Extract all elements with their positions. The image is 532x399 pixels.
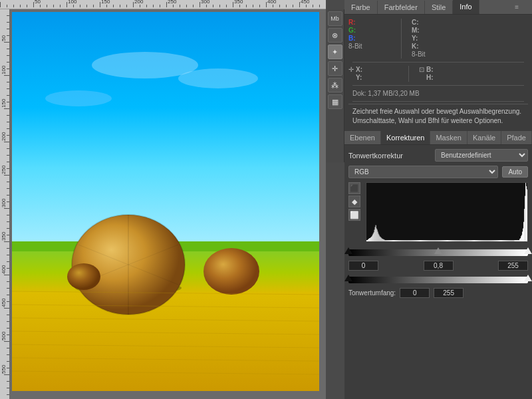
histogram-row: ⬛ ◆ ⬜ xyxy=(348,182,528,245)
cmyk-bit-label: 8-Bit xyxy=(412,51,426,58)
output-white-handle[interactable] xyxy=(524,275,532,281)
y-label: Y: xyxy=(412,35,421,42)
ruler-canvas-horizontal xyxy=(0,0,326,7)
black-eyedropper[interactable]: ⬛ xyxy=(348,182,360,194)
svg-point-2 xyxy=(178,68,258,88)
svg-point-12 xyxy=(203,248,259,295)
tool-select[interactable]: ✦ xyxy=(328,45,342,59)
b-label: B: xyxy=(348,35,358,42)
tool-description: Zeichnet freie Auswahl oder bewegt Auswa… xyxy=(348,104,528,128)
tab-pfade[interactable]: Pfade xyxy=(501,131,532,144)
doc-info: Dok: 1,37 MB/3,20 MB xyxy=(348,88,528,99)
input-slider-track xyxy=(348,249,528,256)
c-label: C: xyxy=(412,19,421,26)
tab-stile[interactable]: Stile xyxy=(425,1,453,14)
tool-extra[interactable]: ▦ xyxy=(328,94,342,109)
gray-eyedrop-icon: ◆ xyxy=(352,198,357,206)
svg-point-13 xyxy=(67,263,100,290)
canvas-area xyxy=(9,9,326,399)
tool-lasso[interactable]: ⊗ xyxy=(328,28,342,43)
tonwertumfang-label: Tonwertumfang: xyxy=(348,289,396,297)
tool-eyedrop[interactable]: ⁂ xyxy=(328,78,342,92)
tonwert-preset-select[interactable]: Benutzerdefiniert xyxy=(435,149,528,162)
bounds-section: ⊡ B: ⊡ H: xyxy=(419,66,469,82)
auto-button[interactable]: Auto xyxy=(502,166,528,178)
tab-korrekturen[interactable]: Korrekturen xyxy=(381,131,430,144)
info-content: R: G: B: 8-Bit C: xyxy=(344,15,532,131)
cmyk-section: C: M: Y: K: 8-Bit xyxy=(412,19,454,59)
channel-row: RGB Rot Grün Blau Auto xyxy=(348,166,528,178)
bounds-icon: ⊡ xyxy=(419,66,424,73)
select-icon: ✦ xyxy=(332,48,338,57)
h-label: H: xyxy=(426,74,436,81)
black-eyedrop-icon: ⬛ xyxy=(350,184,359,193)
input-values xyxy=(348,261,528,271)
tab-info[interactable]: Info xyxy=(453,0,479,14)
extra-icon: ▦ xyxy=(332,98,338,106)
channel-select[interactable]: RGB Rot Grün Blau xyxy=(348,166,498,178)
ruler-top xyxy=(0,0,326,9)
bottom-panel: Ebenen Korrekturen Masken Kanäle Pfade ≡… xyxy=(344,131,532,399)
black-input[interactable] xyxy=(348,261,378,271)
crosshair-icon: ✛ xyxy=(348,66,354,73)
bottom-panel-tabs: Ebenen Korrekturen Masken Kanäle Pfade ≡ xyxy=(344,131,532,145)
eyedrop-icon: ⁂ xyxy=(331,81,338,90)
output-min-input[interactable] xyxy=(400,288,430,298)
info-panel-tabs: Farbe Farbfelder Stile Info ≡ xyxy=(344,0,532,15)
k-label: K: xyxy=(412,43,421,50)
output-slider-track xyxy=(348,277,528,283)
rgb-section: R: G: B: 8-Bit xyxy=(348,19,391,59)
gray-eyedropper[interactable]: ◆ xyxy=(348,196,360,207)
photo-canvas xyxy=(12,12,319,391)
tab-farbe[interactable]: Farbe xyxy=(344,1,378,14)
mb-label: Mb xyxy=(331,15,339,22)
photo-svg xyxy=(12,12,319,391)
toolbar-strip: Mb ⊗ ✦ ✛ ⁂ ▦ xyxy=(326,9,344,162)
tonwert-label: Tonwertkorrektur xyxy=(348,152,403,160)
tab-farbfelder[interactable]: Farbfelder xyxy=(378,1,425,14)
white-point-handle[interactable] xyxy=(524,247,532,254)
r-label: R: xyxy=(348,19,358,26)
mid-point-handle[interactable] xyxy=(434,247,442,254)
m-label: M: xyxy=(412,27,421,34)
histogram-canvas xyxy=(366,183,527,241)
move-icon: ✛ xyxy=(332,65,338,73)
eyedropper-tools: ⬛ ◆ ⬜ xyxy=(348,182,360,221)
mid-input[interactable] xyxy=(424,261,454,271)
tab-kanaele[interactable]: Kanäle xyxy=(467,131,501,144)
white-eyedrop-icon: ⬜ xyxy=(350,211,359,219)
svg-point-3 xyxy=(45,90,112,106)
histogram-container xyxy=(366,182,528,242)
info-panel-menu[interactable]: ≡ xyxy=(515,3,519,11)
output-slider[interactable] xyxy=(348,275,528,285)
black-point-handle[interactable] xyxy=(344,247,352,254)
lasso-icon: ⊗ xyxy=(332,31,338,40)
input-slider[interactable] xyxy=(348,247,528,258)
y-label: Y: xyxy=(356,74,365,81)
main-right-panel: Farbe Farbfelder Stile Info ≡ R: G: xyxy=(344,0,532,399)
white-eyedropper[interactable]: ⬜ xyxy=(348,209,360,221)
ruler-left xyxy=(0,9,9,399)
tonwert-header: Tonwertkorrektur Benutzerdefiniert xyxy=(348,149,528,162)
output-max-input[interactable] xyxy=(434,288,464,298)
tool-mb[interactable]: Mb xyxy=(328,11,342,26)
bottom-content: Tonwertkorrektur Benutzerdefiniert RGB R… xyxy=(344,145,532,399)
white-input[interactable] xyxy=(498,261,528,271)
bit-label: 8-Bit xyxy=(348,43,362,50)
output-black-handle[interactable] xyxy=(344,275,352,281)
g-label: G: xyxy=(348,27,358,34)
tool-move[interactable]: ✛ xyxy=(328,61,342,76)
tonwertumfang-row: Tonwertumfang: xyxy=(348,288,528,298)
x-label: X: xyxy=(356,66,365,73)
coords-section: ✛ X: ✛ Y: xyxy=(348,66,398,82)
tab-ebenen[interactable]: Ebenen xyxy=(344,131,381,144)
bw-label: B: xyxy=(426,66,436,73)
svg-rect-0 xyxy=(12,12,319,251)
tab-masken[interactable]: Masken xyxy=(430,131,467,144)
ruler-canvas-vertical xyxy=(0,9,9,399)
